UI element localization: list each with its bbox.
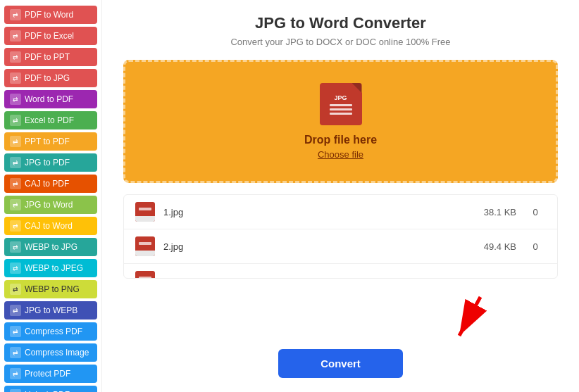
file-list: 1.jpg38.1 KB02.jpg49.4 KB03.jpg61.4 KB04… xyxy=(123,194,558,279)
sidebar-icon-pdf-to-word: ⇄ xyxy=(10,9,21,20)
sidebar-item-ppt-to-pdf[interactable]: ⇄PPT to PDF xyxy=(4,132,97,151)
file-thumb-inner-2 xyxy=(139,277,151,279)
sidebar-label-pdf-to-jpg: PDF to JPG xyxy=(25,73,70,83)
sidebar-label-jpg-to-word: JPG to Word xyxy=(25,200,73,210)
sidebar-item-jpg-to-word[interactable]: ⇄JPG to Word xyxy=(4,196,97,214)
sidebar-label-webp-to-png: WEBP to PNG xyxy=(25,284,80,294)
sidebar-label-compress-image: Compress Image xyxy=(25,348,89,358)
sidebar-icon-excel-to-pdf: ⇄ xyxy=(10,115,21,126)
sidebar-icon-jpg-to-word: ⇄ xyxy=(10,199,21,210)
sidebar-icon-ppt-to-pdf: ⇄ xyxy=(10,136,21,147)
file-icon-lines xyxy=(330,104,352,115)
sidebar-item-protect-pdf[interactable]: ⇄Protect PDF xyxy=(4,365,97,383)
file-count-0: 0 xyxy=(525,207,546,217)
sidebar-icon-caj-to-word: ⇄ xyxy=(10,220,21,232)
file-type-icon: JPG xyxy=(320,83,362,125)
file-thumbnail-0 xyxy=(135,202,155,222)
sidebar-item-pdf-to-jpg[interactable]: ⇄PDF to JPG xyxy=(4,69,97,87)
file-row-0: 1.jpg38.1 KB0 xyxy=(124,195,557,229)
sidebar-icon-pdf-to-jpg: ⇄ xyxy=(10,72,21,84)
sidebar-label-compress-pdf: Compress PDF xyxy=(25,327,82,336)
file-size-1: 49.4 KB xyxy=(467,241,516,252)
file-icon-line-2 xyxy=(330,108,352,110)
sidebar-icon-compress-pdf: ⇄ xyxy=(10,326,21,337)
file-icon-line-1 xyxy=(330,104,352,106)
file-row-2: 3.jpg61.4 KB0 xyxy=(124,264,557,279)
sidebar-item-excel-to-pdf[interactable]: ⇄Excel to PDF xyxy=(4,111,97,129)
sidebar-label-webp-to-jpeg: WEBP to JPEG xyxy=(25,263,83,273)
main-content: JPG to Word Converter Convert your JPG t… xyxy=(102,0,579,392)
sidebar-item-compress-image[interactable]: ⇄Compress Image xyxy=(4,343,97,362)
file-size-0: 38.1 KB xyxy=(467,207,516,217)
sidebar-label-protect-pdf: Protect PDF xyxy=(25,369,70,379)
sidebar-icon-jpg-to-pdf: ⇄ xyxy=(10,157,21,168)
sidebar-item-webp-to-png[interactable]: ⇄WEBP to PNG xyxy=(4,280,97,298)
sidebar-label-pdf-to-word: PDF to Word xyxy=(25,10,73,20)
file-name-0: 1.jpg xyxy=(163,207,459,217)
file-count-2: 0 xyxy=(525,276,546,279)
sidebar-icon-webp-to-jpeg: ⇄ xyxy=(10,263,21,274)
sidebar-icon-webp-to-jpg: ⇄ xyxy=(10,241,21,253)
page-subtitle: Convert your JPG to DOCX or DOC online 1… xyxy=(123,37,558,47)
sidebar: ⇄PDF to Word⇄PDF to Excel⇄PDF to PPT⇄PDF… xyxy=(0,0,102,392)
sidebar-label-pdf-to-ppt: PDF to PPT xyxy=(25,52,70,62)
sidebar-icon-pdf-to-excel: ⇄ xyxy=(10,30,21,42)
sidebar-label-jpg-to-pdf: JPG to PDF xyxy=(25,158,70,167)
sidebar-item-pdf-to-word[interactable]: ⇄PDF to Word xyxy=(4,6,97,24)
sidebar-item-caj-to-word[interactable]: ⇄CAJ to Word xyxy=(4,217,97,235)
sidebar-icon-jpg-to-webp: ⇄ xyxy=(10,305,21,316)
sidebar-label-pdf-to-excel: PDF to Excel xyxy=(25,31,74,41)
file-size-2: 61.4 KB xyxy=(467,276,516,279)
file-thumbnail-1 xyxy=(135,236,155,256)
file-count-1: 0 xyxy=(525,241,546,252)
svg-line-1 xyxy=(459,297,480,336)
file-type-label: JPG xyxy=(334,94,347,101)
sidebar-label-word-to-pdf: Word to PDF xyxy=(25,94,73,104)
file-thumb-inner-0 xyxy=(139,208,151,210)
sidebar-label-ppt-to-pdf: PPT to PDF xyxy=(25,137,70,146)
sidebar-item-jpg-to-webp[interactable]: ⇄JPG to WEPB xyxy=(4,301,97,320)
sidebar-icon-pdf-to-ppt: ⇄ xyxy=(10,51,21,63)
file-icon-line-3 xyxy=(330,113,352,115)
sidebar-item-jpg-to-pdf[interactable]: ⇄JPG to PDF xyxy=(4,153,97,172)
sidebar-item-webp-to-jpg[interactable]: ⇄WEBP to JPG xyxy=(4,238,97,256)
sidebar-icon-caj-to-pdf: ⇄ xyxy=(10,178,21,189)
file-name-1: 2.jpg xyxy=(163,241,459,252)
sidebar-item-pdf-to-ppt[interactable]: ⇄PDF to PPT xyxy=(4,48,97,66)
choose-file-button[interactable]: Choose file xyxy=(318,149,363,160)
file-name-2: 3.jpg xyxy=(163,276,459,279)
file-row-1: 2.jpg49.4 KB0 xyxy=(124,229,557,264)
sidebar-label-caj-to-pdf: CAJ to PDF xyxy=(25,179,69,189)
sidebar-icon-compress-image: ⇄ xyxy=(10,347,21,358)
sidebar-item-pdf-to-excel[interactable]: ⇄PDF to Excel xyxy=(4,27,97,45)
sidebar-label-jpg-to-webp: JPG to WEPB xyxy=(25,305,77,315)
sidebar-icon-word-to-pdf: ⇄ xyxy=(10,94,21,105)
sidebar-icon-unlock-pdf: ⇄ xyxy=(10,389,21,392)
file-thumbnail-2 xyxy=(135,271,155,279)
arrow-container xyxy=(123,290,558,346)
sidebar-item-caj-to-pdf[interactable]: ⇄CAJ to PDF xyxy=(4,175,97,193)
sidebar-label-caj-to-word: CAJ to Word xyxy=(25,221,73,231)
sidebar-item-webp-to-jpeg[interactable]: ⇄WEBP to JPEG xyxy=(4,259,97,277)
sidebar-item-word-to-pdf[interactable]: ⇄Word to PDF xyxy=(4,90,97,108)
convert-arrow-icon xyxy=(431,290,502,346)
file-thumb-inner-1 xyxy=(139,242,151,245)
drop-text: Drop file here xyxy=(304,134,377,146)
sidebar-label-webp-to-jpg: WEBP to JPG xyxy=(25,242,77,252)
sidebar-label-excel-to-pdf: Excel to PDF xyxy=(25,115,74,125)
file-dropzone[interactable]: JPG Drop file here Choose file xyxy=(123,60,558,183)
page-title: JPG to Word Converter xyxy=(123,14,558,32)
sidebar-icon-protect-pdf: ⇄ xyxy=(10,368,21,379)
sidebar-item-unlock-pdf[interactable]: ⇄Unlock PDF xyxy=(4,386,97,392)
sidebar-item-compress-pdf[interactable]: ⇄Compress PDF xyxy=(4,322,97,341)
convert-button[interactable]: Convert xyxy=(278,349,403,378)
sidebar-icon-webp-to-png: ⇄ xyxy=(10,284,21,295)
